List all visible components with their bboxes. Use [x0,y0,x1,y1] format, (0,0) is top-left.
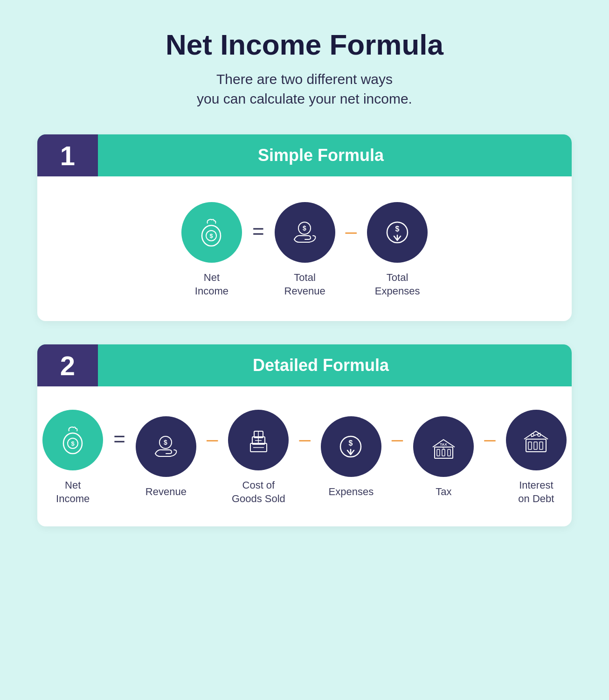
detailed-revenue-label: Revenue [145,485,187,499]
detailed-equals: = [103,427,136,474]
detailed-expenses-label: Expenses [329,485,374,499]
svg-rect-30 [528,442,532,449]
simple-net-income-item: $ NetIncome [181,202,242,298]
simple-total-expenses-label: TotalExpenses [375,271,420,298]
simple-equals: = [242,220,275,266]
simple-net-income-label: NetIncome [195,271,228,298]
simple-total-revenue-label: TotalRevenue [284,271,325,298]
detailed-revenue-item: $ Revenue [136,416,196,499]
page-title: Net Income Formula [166,28,443,61]
svg-text:$: $ [303,224,306,232]
detailed-cogs-item: Cost ofGoods Sold [228,410,289,505]
svg-text:$: $ [210,232,214,239]
detailed-net-income-item: $ NetIncome [42,410,103,505]
svg-text:$: $ [164,439,167,446]
detailed-money-bag-icon: $ [42,410,103,470]
detailed-tax-label: Tax [436,485,451,499]
detailed-formula-body: $ NetIncome = $ Revenue – [37,386,572,526]
page-subtitle: There are two different waysyou can calc… [197,70,412,109]
money-bag-icon: $ [181,202,242,263]
revenue-hand-icon: $ [275,202,335,263]
detailed-cogs-label: Cost ofGoods Sold [232,479,285,505]
simple-minus-1: – [335,220,367,266]
detailed-formula-number: 2 [37,344,98,386]
dollar-down-icon: $ [367,202,428,263]
simple-formula-card: 1 Simple Formula $ NetIncome = [37,134,572,321]
simple-formula-body: $ NetIncome = $ TotalRevenue – [37,176,572,321]
svg-rect-26 [448,449,450,456]
detailed-minus-1: – [196,427,228,474]
detailed-formula-header: 2 Detailed Formula [37,344,572,386]
detailed-interest-item: Intereston Debt [506,410,567,505]
boxes-icon [228,410,289,470]
svg-rect-32 [540,442,543,449]
building-percent-icon [506,410,567,470]
detailed-expenses-item: $ Expenses [321,416,381,499]
detailed-tax-item: TAX $ Tax [413,416,474,499]
detailed-net-income-label: NetIncome [56,479,90,505]
simple-formula-number: 1 [37,134,98,176]
detailed-revenue-hand-icon: $ [136,416,196,477]
svg-text:$: $ [71,440,75,447]
detailed-minus-2: – [289,427,320,474]
simple-formula-title: Simple Formula [98,146,572,165]
svg-rect-31 [534,442,537,449]
svg-text:TAX: TAX [440,442,447,447]
simple-formula-header: 1 Simple Formula [37,134,572,176]
svg-rect-25 [442,449,445,456]
detailed-dollar-down-icon: $ [321,416,381,477]
detailed-minus-4: – [474,427,505,474]
detailed-minus-3: – [381,427,413,474]
simple-total-expenses-item: $ TotalExpenses [367,202,428,298]
svg-text:$: $ [395,225,399,233]
detailed-interest-label: Intereston Debt [518,479,554,505]
simple-total-revenue-item: $ TotalRevenue [275,202,335,298]
svg-text:$: $ [349,439,353,447]
detailed-formula-title: Detailed Formula [98,356,572,375]
svg-rect-24 [437,449,440,456]
tax-icon: TAX $ [413,416,474,477]
detailed-formula-card: 2 Detailed Formula $ NetIncome = $ [37,344,572,526]
svg-text:$: $ [443,447,444,450]
